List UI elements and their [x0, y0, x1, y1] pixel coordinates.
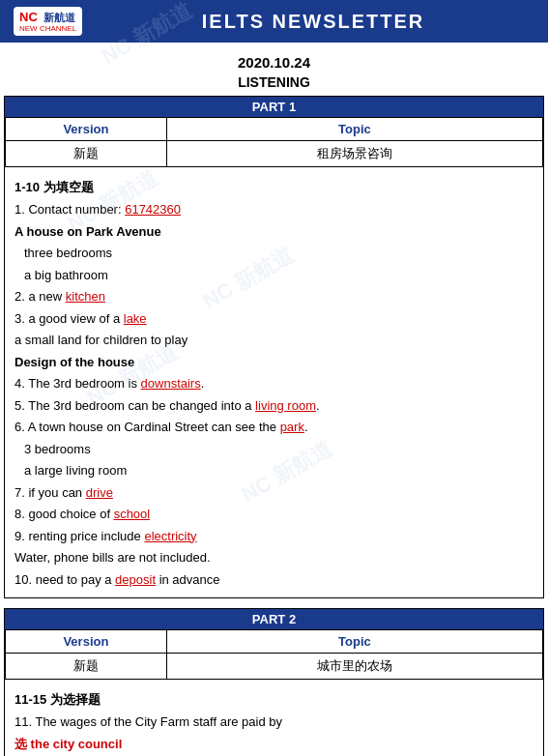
answer: electricity [144, 529, 196, 543]
section-label: LISTENING [0, 74, 548, 90]
list-item: 2. a new kitchen [14, 287, 534, 306]
item-punctuation: . [201, 376, 205, 391]
version-header: Version [6, 118, 167, 141]
answer: 61742360 [125, 202, 181, 217]
list-item: 11. The wages of the City Farm staff are… [14, 712, 534, 732]
logo-sub: NEW CHANNEL [19, 24, 76, 33]
list-item: 3 bedrooms [24, 440, 534, 459]
item-text: 5. The 3rd bedroom can be changed into a [14, 398, 255, 413]
answer: park [280, 420, 304, 434]
header-title: IELTS NEWSLETTER [92, 11, 534, 33]
part2-topic: 城市里的农场 [166, 654, 542, 680]
item-text: a small land for children to play [14, 333, 187, 347]
item-punctuation: . [316, 398, 320, 413]
item-text: 2. a new [14, 289, 66, 304]
list-item: 7. if you can drive [14, 483, 534, 503]
list-item: A house on Park Avenue [14, 222, 534, 242]
item-text: 3 bedrooms [24, 442, 91, 456]
part2-content: NC 新航道 11-15 为选择题 11. The wages of the C… [5, 680, 543, 756]
list-item: 4. The 3rd bedroom is downstairs. [14, 374, 534, 393]
part2-table: Version Topic 新题 城市里的农场 [5, 629, 543, 680]
item-punctuation: . [304, 420, 308, 434]
item-text: a big bathroom [24, 268, 108, 282]
item-text: 10. need to pay a [14, 572, 115, 587]
version-header: Version [6, 630, 167, 654]
part1-table: Version Topic 新题 租房场景咨询 [5, 117, 543, 167]
answer: school [114, 507, 151, 521]
item-text: in advance [156, 572, 220, 587]
item-text: 8. good choice of [14, 507, 114, 521]
item-text: a large living room [24, 463, 127, 478]
list-item: 8. good choice of school [14, 505, 534, 524]
part1-topic: 租房场景咨询 [166, 141, 542, 167]
answer: drive [86, 485, 113, 500]
list-item: a big bathroom [24, 266, 534, 285]
list-item: a large living room [24, 461, 534, 480]
answer: living room [255, 398, 316, 413]
item-text: three bedrooms [24, 246, 112, 260]
list-item: three bedrooms [24, 244, 534, 263]
answer: lake [124, 311, 147, 326]
list-item: a small land for children to play [14, 331, 534, 350]
part2-version: 新题 [6, 654, 167, 680]
part1-version: 新题 [6, 141, 167, 167]
item-text: 4. The 3rd bedroom is [14, 376, 141, 391]
item-text: Water, phone bills are not included. [14, 550, 211, 565]
header: NC 新航道 NEW CHANNEL IELTS NEWSLETTER [0, 0, 548, 43]
part1-banner: PART 1 [5, 97, 543, 117]
list-item: 9. renting price include electricity [14, 527, 534, 546]
item-text: 3. a good view of a [14, 311, 124, 326]
answer: deposit [115, 572, 156, 587]
date-label: 2020.10.24 [0, 43, 548, 74]
part2-section-title: 11-15 为选择题 [14, 691, 534, 709]
part2-container: PART 2 Version Topic 新题 城市里的农场 NC 新航道 11… [4, 608, 544, 756]
answer: downstairs [141, 376, 201, 391]
list-item: 5. The 3rd bedroom can be changed into a… [14, 396, 534, 416]
part1-section-title: 1-10 为填空题 [14, 179, 534, 196]
item-text: 11. The wages of the City Farm staff are… [14, 714, 282, 729]
list-item: 10. need to pay a deposit in advance [14, 570, 534, 590]
logo: NC 新航道 NEW CHANNEL [14, 7, 82, 36]
list-item: 3. a good view of a lake [14, 309, 534, 329]
item-text: 9. renting price include [14, 529, 144, 543]
part1-content: NC 新航道 NC 新航道 NC 新航道 NC 新航道 1-10 为填空题 1.… [5, 167, 543, 597]
logo-text: NC 新航道 [19, 12, 75, 23]
list-item: 1. Contact number: 61742360 [14, 200, 534, 219]
answer: kitchen [66, 289, 105, 304]
part2-banner: PART 2 [5, 609, 543, 629]
list-item: 6. A town house on Cardinal Street can s… [14, 418, 534, 437]
list-item: 选 the city council [14, 735, 534, 754]
item-text: Design of the house [14, 355, 134, 369]
list-item: Design of the house [14, 353, 534, 372]
item-text: 7. if you can [14, 485, 86, 500]
answer-choice: 选 the city council [14, 737, 122, 751]
item-text: 6. A town house on Cardinal Street can s… [14, 420, 280, 434]
item-text: 1. Contact number: [14, 202, 125, 217]
topic-header: Topic [166, 630, 542, 654]
part1-container: PART 1 Version Topic 新题 租房场景咨询 NC 新航道 NC… [4, 96, 544, 598]
list-item: Water, phone bills are not included. [14, 548, 534, 567]
topic-header: Topic [166, 118, 542, 141]
item-text: A house on Park Avenue [14, 224, 161, 239]
